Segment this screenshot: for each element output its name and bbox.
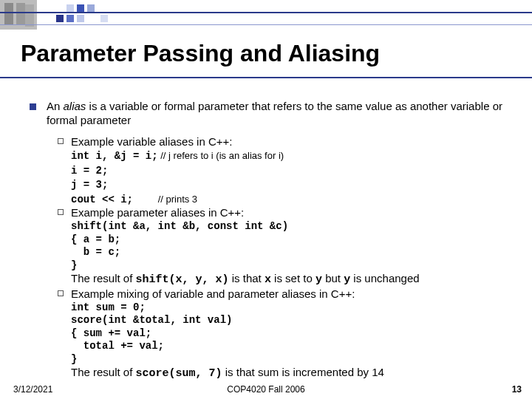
text: is unchanged: [350, 272, 419, 284]
header-rule: [0, 24, 532, 25]
bullet-level-2: Example variable aliases in C++:: [58, 135, 510, 149]
sub-bullet-text: Example mixing of variable and parameter…: [71, 287, 355, 301]
code-block: shift(int &a, int &b, const int &c) { a …: [71, 220, 510, 272]
code-comment: // j refers to i (is an alias for i): [158, 150, 284, 161]
code-inline: shift(x, y, x): [136, 273, 229, 286]
sub-bullet-text: Example parameter aliases in C++:: [71, 206, 244, 220]
code-block: int i, &j = i; // j refers to i (is an a…: [71, 149, 510, 206]
code-inline: x: [265, 273, 271, 286]
footer-page-number: 13: [512, 384, 522, 395]
deco-square: [77, 15, 84, 22]
result-line: The result of score(sum, 7) is that sum …: [71, 366, 510, 381]
code-line: i = 2; j = 3; cout << i;: [71, 165, 158, 205]
result-line: The result of shift(x, y, x) is that x i…: [71, 272, 510, 287]
text: is a variable or formal parameter that r…: [47, 100, 502, 126]
text: An: [47, 100, 64, 112]
header-rule: [0, 12, 532, 13]
square-bullet-icon: [30, 103, 36, 110]
deco-square: [56, 15, 64, 22]
text: but: [322, 272, 344, 284]
header-thumbnail: [0, 0, 37, 30]
deco-square: [77, 4, 84, 12]
sub-bullet-text: Example variable aliases in C++:: [71, 135, 232, 149]
text: is set to: [271, 272, 316, 284]
deco-square: [100, 15, 108, 22]
deco-square: [66, 4, 74, 12]
code-inline: score(sum, 7): [136, 367, 222, 380]
title-underline: [0, 77, 532, 78]
deco-square: [87, 4, 95, 12]
bullet-level-2: Example mixing of variable and parameter…: [58, 287, 510, 301]
text: The result of: [71, 366, 136, 378]
code-inline: y: [344, 273, 350, 286]
code-inline: y: [316, 273, 322, 286]
bullet-text: An alias is a variable or formal paramet…: [47, 100, 510, 128]
code-comment: // prints 3: [158, 194, 197, 205]
footer-course: COP4020 Fall 2006: [0, 384, 532, 395]
slide-header-decoration: [0, 0, 532, 30]
hollow-bullet-icon: [58, 138, 64, 144]
deco-square: [66, 15, 74, 22]
slide-title: Parameter Passing and Aliasing: [21, 40, 380, 67]
bullet-level-2: Example parameter aliases in C++:: [58, 206, 510, 220]
code-block: int sum = 0; score(int &total, int val) …: [71, 301, 510, 366]
hollow-bullet-icon: [58, 290, 64, 296]
text: is that sum is incremented by 14: [222, 366, 384, 378]
slide-body: An alias is a variable or formal paramet…: [30, 100, 510, 381]
italic-term: alias: [64, 100, 86, 112]
text: is that: [229, 272, 265, 284]
bullet-level-1: An alias is a variable or formal paramet…: [30, 100, 510, 128]
code-line: int i, &j = i;: [71, 150, 158, 162]
hollow-bullet-icon: [58, 209, 64, 215]
text: The result of: [71, 272, 136, 284]
